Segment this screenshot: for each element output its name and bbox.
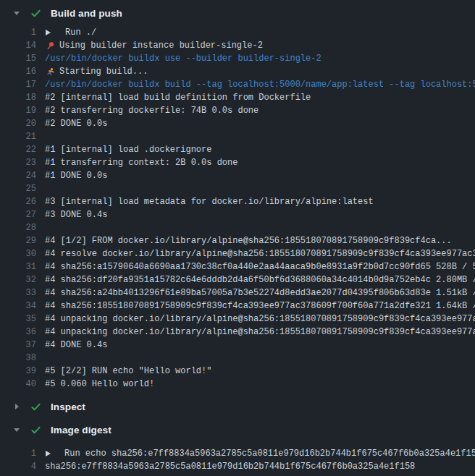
log-viewer: Build and push1Run ./14Using builder ins… [0, 1, 475, 476]
line-number[interactable]: 25 [0, 182, 36, 195]
log-text: #3 DONE 0.4s [45, 208, 107, 221]
line-number[interactable]: 37 [0, 339, 36, 352]
log-text: #4 DONE 0.4s [45, 339, 107, 352]
log-line: 38 [0, 352, 475, 365]
log-line: 25 [0, 182, 475, 195]
line-number[interactable]: 18 [0, 91, 36, 104]
log-text: sha256:e7ff8834a5963a2785c5a0811e979d16b… [45, 460, 415, 473]
log-text: #5 [2/2] RUN echo "Hello world!" [45, 365, 211, 378]
log-line: 1Run ./ [0, 26, 475, 39]
log-line: 24#1 DONE 0.0s [0, 169, 475, 182]
line-number[interactable]: 40 [0, 378, 36, 391]
log-line: 32#4 sha256:df20fa9351a15782c64e6dddb2d4… [0, 273, 475, 286]
log-text: Run echo sha256:e7ff8834a5963a2785c5a081… [64, 447, 475, 460]
log-line: 35#4 unpacking docker.io/library/alpine@… [0, 313, 475, 326]
log-line: 34#4 sha256:185518070891758909c9f839cf4c… [0, 299, 475, 313]
log-line: 18#2 [internal] load build definition fr… [0, 91, 475, 104]
log-text: #4 unpacking docker.io/library/alpine@sh… [45, 313, 475, 326]
line-number[interactable]: 30 [0, 247, 36, 260]
log-text: #2 [internal] load build definition from… [45, 91, 311, 104]
log-line: 17/usr/bin/docker buildx build --tag loc… [0, 78, 475, 91]
log-line: 20#2 DONE 0.0s [0, 117, 475, 130]
line-number[interactable]: 38 [0, 352, 36, 365]
log-text: #1 DONE 0.0s [45, 169, 107, 182]
log-line: 4sha256:e7ff8834a5963a2785c5a0811e979d16… [0, 460, 475, 473]
log-line: 30#4 resolve docker.io/library/alpine@sh… [0, 247, 475, 260]
log-line: 40#5 0.060 Hello world! [0, 378, 475, 391]
log-text: #4 sha256:df20fa9351a15782c64e6dddb2d4a6… [45, 273, 475, 286]
section-header-image-digest[interactable]: Image digest [0, 418, 475, 441]
line-number[interactable]: 4 [0, 460, 36, 473]
line-number[interactable]: 24 [0, 169, 36, 182]
log-lines-build-and-push: 1Run ./14Using builder instance builder-… [0, 25, 475, 391]
check-icon [30, 425, 42, 435]
log-text: #4 unpacking docker.io/library/alpine@sh… [45, 326, 475, 339]
log-line: 21 [0, 130, 475, 143]
log-text: #2 transferring dockerfile: 74B 0.0s don… [45, 104, 258, 117]
log-text: #3 [internal] load metadata for docker.i… [45, 195, 374, 208]
log-line: 14Using builder instance builder-single-… [0, 39, 475, 52]
log-line: 27#3 DONE 0.4s [0, 208, 475, 221]
log-text: #4 sha256:185518070891758909c9f839cf4ca3… [45, 299, 475, 313]
log-text: #4 [1/2] FROM docker.io/library/alpine@s… [45, 234, 452, 247]
line-number[interactable]: 27 [0, 208, 36, 221]
section-title: Build and push [51, 8, 122, 19]
pushpin-icon [45, 41, 55, 51]
line-number[interactable]: 35 [0, 313, 36, 326]
line-number[interactable]: 29 [0, 234, 36, 247]
chevron-down-icon [13, 426, 22, 433]
section-title: Image digest [51, 425, 112, 435]
log-line: 15/usr/bin/docker buildx use --builder b… [0, 52, 475, 65]
play-icon[interactable] [45, 450, 51, 457]
log-line: 26#3 [internal] load metadata for docker… [0, 195, 475, 208]
line-number[interactable]: 15 [0, 52, 36, 65]
check-icon [30, 8, 42, 19]
log-text: Starting build... [59, 65, 148, 78]
line-number[interactable]: 1 [0, 447, 36, 460]
line-number[interactable]: 20 [0, 117, 36, 130]
line-number[interactable]: 28 [0, 221, 36, 234]
check-icon [30, 401, 42, 412]
log-text: #4 sha256:a15790640a6690aa1730c38cf0a440… [45, 260, 475, 273]
log-line: 1Run echo sha256:e7ff8834a5963a2785c5a08… [0, 447, 475, 460]
log-line: 16Starting build... [0, 65, 475, 78]
log-line: 22#1 [internal] load .dockerignore [0, 143, 475, 156]
log-text: #4 resolve docker.io/library/alpine@sha2… [45, 247, 475, 260]
log-text: /usr/bin/docker buildx use --builder bui… [45, 52, 321, 65]
log-text: #1 [internal] load .dockerignore [45, 143, 211, 156]
line-number[interactable]: 14 [0, 39, 36, 52]
log-line: 23#1 transferring context: 2B 0.0s done [0, 156, 475, 169]
log-text: /usr/bin/docker buildx build --tag local… [45, 78, 475, 91]
line-number[interactable]: 26 [0, 195, 36, 208]
log-line: 33#4 sha256:a24bb4013296f61e89ba57005a7b… [0, 286, 475, 299]
line-number[interactable]: 31 [0, 260, 36, 273]
line-number[interactable]: 34 [0, 299, 36, 313]
section-header-build-and-push[interactable]: Build and push [0, 1, 475, 25]
line-number[interactable]: 36 [0, 326, 36, 339]
log-lines-image-digest: 1Run echo sha256:e7ff8834a5963a2785c5a08… [0, 441, 475, 473]
log-line: 28 [0, 221, 475, 234]
line-number[interactable]: 32 [0, 273, 36, 286]
log-line: 39#5 [2/2] RUN echo "Hello world!" [0, 365, 475, 378]
line-number[interactable]: 19 [0, 104, 36, 117]
log-text: Using builder instance builder-single-2 [59, 39, 263, 52]
line-number[interactable]: 16 [0, 65, 36, 78]
line-number[interactable]: 23 [0, 156, 36, 169]
line-number[interactable]: 22 [0, 143, 36, 156]
log-text: #2 DONE 0.0s [45, 117, 107, 130]
line-number[interactable]: 21 [0, 130, 36, 143]
log-line: 37#4 DONE 0.4s [0, 339, 475, 352]
line-number[interactable]: 17 [0, 78, 36, 91]
runner-icon [45, 67, 55, 77]
log-text: Run ./ [65, 26, 96, 39]
log-line: 19#2 transferring dockerfile: 74B 0.0s d… [0, 104, 475, 117]
log-line: 31#4 sha256:a15790640a6690aa1730c38cf0a4… [0, 260, 475, 273]
log-text: #5 0.060 Hello world! [45, 378, 154, 391]
section-title: Inspect [51, 401, 85, 412]
line-number[interactable]: 33 [0, 286, 36, 299]
log-line: 36#4 unpacking docker.io/library/alpine@… [0, 326, 475, 339]
line-number[interactable]: 1 [0, 26, 36, 39]
line-number[interactable]: 39 [0, 365, 36, 378]
play-icon[interactable] [45, 29, 52, 36]
section-header-inspect[interactable]: Inspect [0, 395, 475, 418]
